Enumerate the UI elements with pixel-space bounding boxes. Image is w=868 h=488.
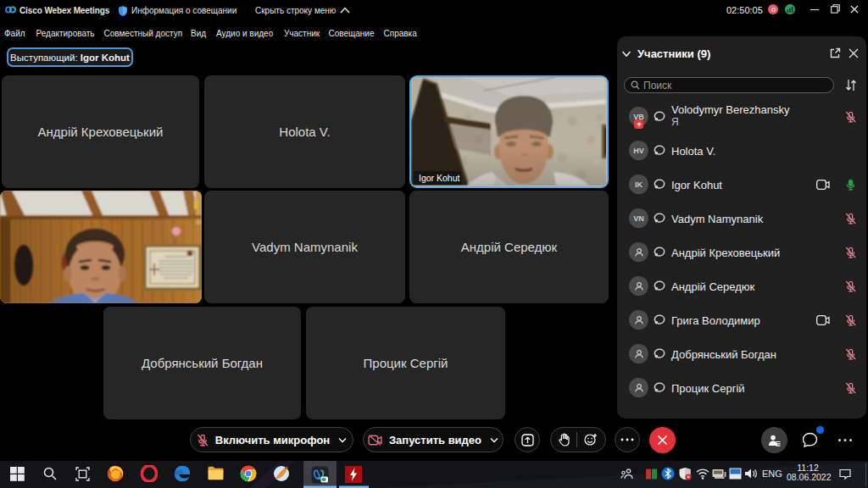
- svg-text:Igor Kohut: Igor Kohut: [419, 173, 460, 183]
